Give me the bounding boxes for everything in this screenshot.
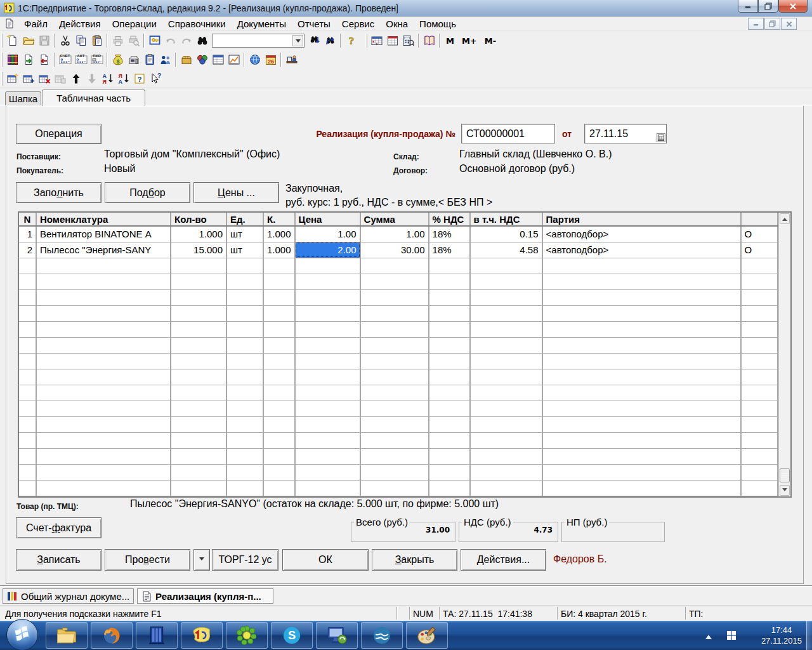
table-cell[interactable] (741, 305, 778, 321)
table-cell[interactable] (295, 274, 360, 289)
table-cell[interactable] (470, 337, 542, 353)
table-cell[interactable] (295, 480, 360, 496)
table-cell[interactable] (263, 258, 295, 274)
table-cell[interactable] (19, 289, 36, 305)
table-cell[interactable] (295, 258, 360, 274)
table-cell[interactable] (741, 432, 778, 448)
table-cell[interactable] (226, 274, 263, 289)
table-cell[interactable] (429, 401, 470, 416)
invoice-button[interactable]: Счет-фактура (16, 517, 102, 538)
table-cell[interactable] (263, 353, 295, 369)
table-cell[interactable] (360, 289, 429, 305)
table-cell[interactable] (741, 337, 778, 353)
table-cell[interactable] (171, 274, 226, 289)
table-cell[interactable] (360, 480, 429, 496)
menu-actions[interactable]: Действия (53, 17, 107, 30)
calendar-icon[interactable] (384, 33, 400, 48)
table-cell[interactable] (295, 448, 360, 464)
taskbar-icq[interactable] (226, 622, 268, 649)
table-cell[interactable] (171, 289, 226, 305)
table-cell[interactable]: Вентилятор BINATONE А (36, 226, 171, 242)
table-cell[interactable] (295, 321, 360, 337)
taskbar-file-cabinet[interactable] (136, 622, 178, 649)
fill-button[interactable]: Заполнить (16, 182, 102, 203)
table-cell[interactable] (542, 480, 741, 496)
table-cell[interactable] (171, 448, 226, 464)
table-cell[interactable]: 30.00 (360, 242, 429, 258)
copy-icon[interactable] (73, 33, 89, 48)
context-help-icon[interactable]: ? (147, 71, 163, 86)
user-monitor-icon[interactable] (147, 33, 162, 48)
table-cell[interactable] (263, 464, 295, 480)
table-cell[interactable] (360, 432, 429, 448)
table-row[interactable]: 1Вентилятор BINATONE А1.000шт1.0001.001.… (19, 226, 778, 242)
report-table-icon[interactable] (210, 52, 226, 67)
table-cell[interactable] (542, 289, 741, 305)
table-cell[interactable] (36, 321, 171, 337)
table-cell[interactable] (542, 448, 741, 464)
table-cell[interactable] (429, 480, 470, 496)
table-cell[interactable] (429, 369, 470, 385)
table-cell[interactable] (741, 464, 778, 480)
table-cell[interactable] (470, 305, 542, 321)
table-cell[interactable] (360, 353, 429, 369)
table-cell[interactable] (429, 385, 470, 401)
combobox-dropdown-button[interactable] (292, 35, 303, 46)
toolbar-grip[interactable] (1, 72, 3, 86)
table-cell[interactable] (171, 432, 226, 448)
table-cell[interactable] (263, 401, 295, 416)
table-cell[interactable] (470, 258, 542, 274)
table-cell[interactable] (429, 464, 470, 480)
doc-date-input[interactable]: 27.11.15 (584, 124, 667, 143)
table-cell[interactable] (19, 432, 36, 448)
table-cell[interactable] (19, 305, 36, 321)
taskbar-paint-palette[interactable] (406, 622, 448, 649)
col-header[interactable]: N (19, 213, 36, 226)
table-cell[interactable] (295, 289, 360, 305)
table-cell[interactable] (19, 369, 36, 385)
help-box-icon[interactable]: ? (131, 71, 147, 86)
table-cell[interactable] (36, 289, 171, 305)
table-cell[interactable] (470, 401, 542, 416)
sort-asc-icon[interactable]: АЯ (100, 71, 115, 86)
menu-documents[interactable]: Документы (232, 17, 292, 30)
table-cell[interactable] (226, 385, 263, 401)
table-cell[interactable] (263, 432, 295, 448)
table-cell[interactable] (542, 385, 741, 401)
calc-view-icon[interactable] (400, 33, 416, 48)
table-cell[interactable]: 4.58 (470, 242, 542, 258)
row-new-icon[interactable] (4, 71, 20, 86)
table-cell[interactable]: <автоподбор> (542, 242, 741, 258)
col-header[interactable]: Цена (295, 213, 360, 226)
toolbar-grip[interactable] (1, 34, 3, 48)
table-cell[interactable] (429, 337, 470, 353)
table-cell[interactable]: 1.00 (360, 226, 429, 242)
memory-subtract-button[interactable]: М- (481, 34, 500, 48)
journal-icon[interactable] (4, 52, 20, 67)
tab-table-part[interactable]: Табличная часть (42, 90, 145, 106)
table-cell[interactable] (360, 416, 429, 432)
table-empty-row[interactable] (19, 401, 778, 416)
table-cell[interactable] (429, 448, 470, 464)
table-cell[interactable] (470, 448, 542, 464)
table-cell[interactable] (295, 401, 360, 416)
table-cell[interactable] (542, 337, 741, 353)
table-cell[interactable] (360, 385, 429, 401)
find-icon[interactable] (194, 33, 210, 48)
table-cell[interactable] (226, 448, 263, 464)
table-cell[interactable] (429, 432, 470, 448)
table-cell[interactable] (360, 369, 429, 385)
menu-reports[interactable]: Отчеты (292, 17, 336, 30)
table-cell[interactable] (226, 353, 263, 369)
table-cell[interactable] (171, 385, 226, 401)
items-grid[interactable]: NНоменклатураКол-воЕд.К.ЦенаСумма% НДСв … (19, 213, 778, 496)
table-cell[interactable] (542, 353, 741, 369)
table-cell[interactable] (295, 337, 360, 353)
table-cell[interactable] (36, 353, 171, 369)
table-cell[interactable] (470, 353, 542, 369)
table-cell[interactable] (226, 432, 263, 448)
table-cell[interactable]: 15.000 (171, 242, 226, 258)
menu-service[interactable]: Сервис (336, 17, 380, 30)
col-header[interactable]: Номенклатура (36, 213, 171, 226)
table-cell[interactable] (171, 337, 226, 353)
